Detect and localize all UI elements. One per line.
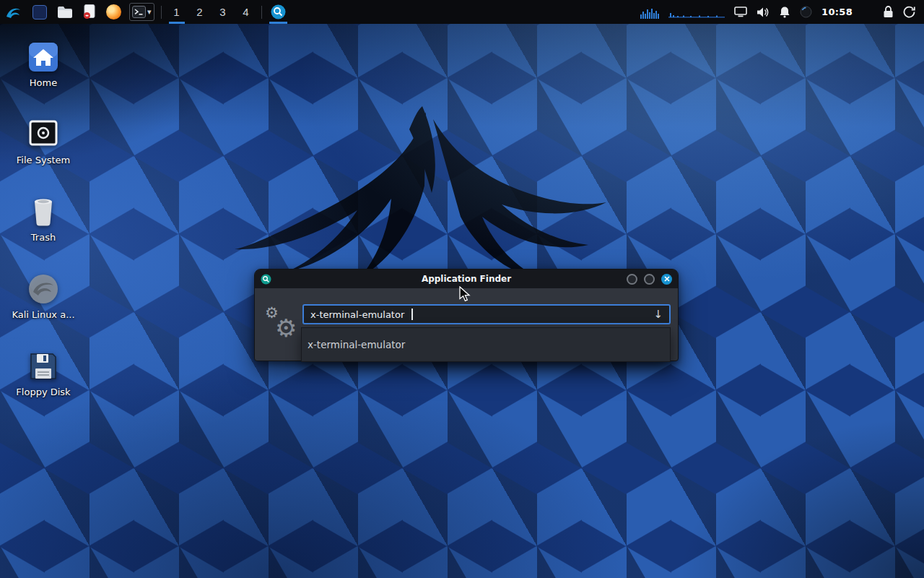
workspace-button-4[interactable]: 4 (235, 0, 258, 24)
wallpaper-dragon-art (195, 69, 642, 293)
notification-bell-icon[interactable] (779, 6, 790, 18)
top-panel: ▾ 1 2 3 4 (0, 0, 924, 24)
text-editor-button[interactable] (78, 0, 101, 24)
volume-icon[interactable] (757, 7, 770, 18)
workspace-button-3[interactable]: 3 (212, 0, 235, 24)
text-caret (411, 309, 413, 320)
search-input[interactable]: x-terminal-emulator ↓ (302, 304, 671, 324)
desktop-icon-home[interactable]: Home (9, 40, 78, 89)
folder-icon (57, 6, 73, 19)
firefox-button[interactable] (101, 0, 126, 24)
search-icon (271, 4, 286, 20)
desktop-icon-label: Kali Linux a... (12, 310, 74, 321)
maximize-button[interactable] (644, 274, 655, 285)
clock[interactable]: 10:58 (821, 7, 853, 17)
cpu-graph-icon[interactable] (640, 6, 659, 19)
desktop-icon-floppy-disk[interactable]: Floppy Disk (9, 349, 78, 398)
panel-separator (161, 6, 162, 19)
desktop-icon-label: Home (30, 78, 57, 89)
desktop-icon-label: File System (17, 155, 70, 166)
desktop-icon-trash[interactable]: Trash (9, 194, 78, 243)
firefox-icon (106, 4, 121, 20)
completion-item[interactable]: x-terminal-emulator (302, 339, 670, 350)
document-icon (83, 4, 96, 20)
lock-icon[interactable] (883, 6, 894, 18)
kali-disc-icon (26, 272, 61, 306)
window-launcher-button[interactable] (27, 0, 52, 24)
file-manager-button[interactable] (52, 0, 78, 24)
logout-icon[interactable] (903, 6, 915, 18)
workspace-button-1[interactable]: 1 (165, 0, 188, 24)
display-settings-icon[interactable] (734, 7, 747, 17)
terminal-launcher-group[interactable]: ▾ (129, 3, 154, 21)
desktop-icon-kali-linux[interactable]: Kali Linux a... (9, 272, 78, 321)
close-button[interactable] (661, 274, 672, 285)
minimize-button[interactable] (627, 274, 637, 285)
desktop-icon-column: Home File System Trash Kal (9, 40, 78, 398)
file-system-icon (26, 117, 61, 152)
workspace-button-2[interactable]: 2 (188, 0, 212, 24)
desktop-icon-file-system[interactable]: File System (9, 117, 78, 166)
terminal-icon (132, 6, 146, 18)
panel-separator (261, 6, 262, 19)
search-input-text: x-terminal-emulator (310, 309, 404, 320)
close-icon (664, 276, 670, 282)
application-gears-icon: ⚙ ⚙ (265, 310, 300, 342)
completion-dropdown: x-terminal-emulator (301, 327, 671, 362)
combo-dropdown-arrow-icon[interactable]: ↓ (653, 309, 663, 320)
desktop-icon-label: Floppy Disk (16, 387, 70, 398)
window-icon (32, 5, 47, 20)
chevron-down-icon[interactable]: ▾ (147, 8, 152, 16)
floppy-disk-icon (26, 349, 61, 384)
finder-window-title: Application Finder (255, 274, 678, 284)
home-icon (26, 40, 61, 74)
kali-menu-button[interactable] (0, 0, 27, 24)
finder-window-icon (261, 274, 271, 285)
task-button-application-finder[interactable] (266, 0, 291, 24)
network-graph-icon[interactable] (668, 6, 725, 19)
status-circle-icon[interactable] (800, 6, 812, 18)
finder-titlebar[interactable]: Application Finder (255, 269, 678, 288)
kali-logo-icon (5, 4, 22, 20)
trash-icon (26, 194, 61, 229)
application-finder-window: Application Finder ⚙ ⚙ x-terminal-emulat… (254, 269, 679, 361)
desktop-icon-label: Trash (31, 233, 56, 243)
